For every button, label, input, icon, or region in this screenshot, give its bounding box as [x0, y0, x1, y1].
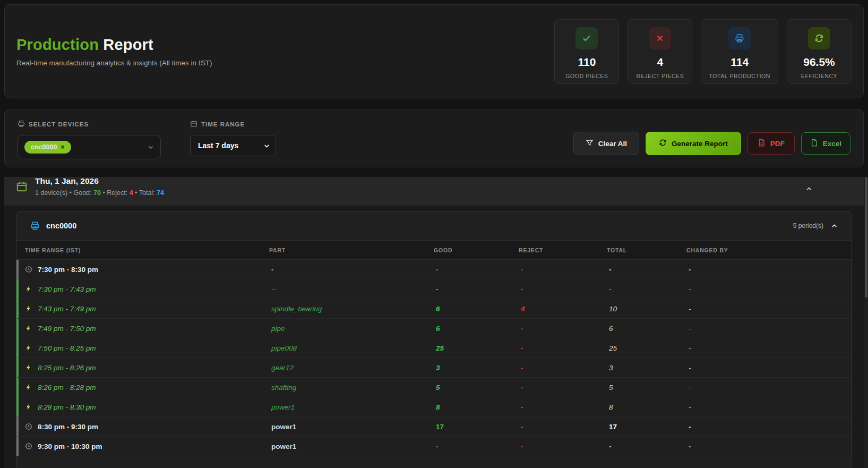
table-row[interactable]: 7:30 pm - 8:30 pm-----	[16, 260, 852, 279]
cell-changed-by: -	[681, 344, 852, 352]
device-card-header[interactable]: cnc0000 5 period(s)	[16, 211, 852, 240]
cell-changed-by: -	[681, 443, 852, 450]
period-count: 5 period(s)	[793, 222, 823, 229]
cell-changed-by: -	[681, 266, 852, 274]
table-row[interactable]: 7:49 pm - 7:50 pmpipe6-6-	[16, 319, 852, 338]
time-range-select[interactable]: Last 7 days	[190, 135, 276, 156]
check-icon	[575, 27, 598, 49]
time-range-text: 7:50 pm - 8:25 pm	[38, 344, 96, 352]
cell-reject: -	[513, 443, 601, 450]
cell-part: -	[264, 266, 428, 274]
stat-value: 114	[731, 56, 749, 69]
cell-part: power1	[264, 443, 428, 450]
stat-label: REJECT PIECES	[636, 73, 684, 79]
device-icon	[18, 120, 25, 129]
cell-part: power1	[264, 423, 428, 431]
cell-good: 25	[428, 344, 513, 352]
table-row[interactable]: 8:30 pm - 9:30 pmpower117-17-	[16, 417, 852, 437]
device-multiselect[interactable]: cnc0000×	[18, 135, 161, 159]
column-header: TIME RANGE (IST)	[16, 247, 262, 253]
cell-reject: -	[513, 364, 601, 372]
chevron-up-icon[interactable]	[805, 185, 813, 193]
cell-good: -	[428, 266, 513, 274]
cell-time-range: 7:43 pm - 7:49 pm	[19, 305, 264, 313]
device-chip-label: cnc0000	[31, 143, 57, 151]
cell-changed-by: -	[681, 384, 852, 392]
cell-time-range: 8:28 pm - 8:30 pm	[19, 403, 264, 411]
stat-label: EFFICIENCY	[801, 73, 837, 79]
cell-part: shafting	[264, 384, 428, 392]
cell-total: 10	[601, 305, 681, 313]
pdf-button[interactable]: PDF	[747, 132, 795, 155]
cell-reject: -	[513, 423, 601, 431]
cell-time-range: 8:25 pm - 8:26 pm	[19, 364, 264, 372]
cell-good: 6	[428, 305, 513, 313]
stat-value: 110	[578, 56, 596, 69]
filter-panel: SELECT DEVICES cnc0000× TIME RANGE Last …	[4, 109, 864, 167]
calendar-icon	[190, 120, 197, 129]
device-card: cnc0000 5 period(s) TIME RANGE (IST)PART…	[16, 211, 852, 468]
time-range-text: 7:43 pm - 7:49 pm	[38, 305, 96, 313]
stat-card: 96.5%EFFICIENCY	[787, 19, 852, 84]
file-excel-icon	[810, 139, 818, 148]
file-pdf-icon	[758, 139, 766, 148]
column-header: REJECT	[511, 247, 599, 253]
table-row[interactable]: 8:25 pm - 8:26 pmgear123-3-	[16, 358, 852, 378]
cell-time-range: 8:30 pm - 9:30 pm	[19, 423, 264, 431]
chevron-up-icon[interactable]	[831, 223, 838, 229]
summary-part-value: 74	[157, 189, 164, 197]
device-header-right: 5 period(s)	[793, 222, 838, 229]
time-range-text: 8:25 pm - 8:26 pm	[38, 364, 96, 372]
bolt-icon	[25, 364, 32, 371]
select-devices-group: SELECT DEVICES cnc0000×	[18, 120, 161, 159]
table-row[interactable]: 7:43 pm - 7:49 pmspindle_bearing6410-	[16, 299, 852, 319]
device-chip-list: cnc0000×	[24, 141, 71, 154]
cell-changed-by: -	[681, 403, 852, 411]
cell-total: 3	[601, 364, 681, 372]
table-row[interactable]: 7:50 pm - 8:25 pmpipe00825-25-	[16, 338, 852, 358]
page-title: Production Report	[16, 36, 212, 54]
cell-good: -	[428, 285, 513, 293]
bolt-icon	[25, 344, 32, 352]
clock-icon	[25, 266, 32, 273]
column-header: GOOD	[426, 247, 511, 253]
summary-part-label: Reject:	[107, 189, 127, 197]
bolt-icon	[25, 384, 32, 391]
date-group-header[interactable]: Thu, 1 Jan, 2026 1 device(s) • Good: 70 …	[4, 177, 864, 206]
scrollbar-thumb[interactable]	[865, 177, 867, 297]
header-panel: Production Report Real-time manufacturin…	[4, 4, 864, 98]
table-row[interactable]: 8:28 pm - 8:30 pmpower18-8-	[16, 397, 852, 417]
filter-actions: Clear All Generate Report PDF Excel	[573, 132, 850, 155]
table-row[interactable]: 8:26 pm - 8:28 pmshafting5-5-	[16, 378, 852, 397]
select-devices-label: SELECT DEVICES	[18, 120, 161, 129]
cell-time-range: 9:30 pm - 10:30 pm	[19, 443, 264, 450]
cell-time-range: 7:30 pm - 8:30 pm	[19, 266, 264, 274]
printer-icon	[728, 27, 751, 49]
clear-all-button[interactable]: Clear All	[573, 132, 639, 155]
chip-remove-icon[interactable]: ×	[61, 143, 64, 151]
time-range-text: 8:28 pm - 8:30 pm	[38, 403, 96, 411]
chevron-down-icon[interactable]	[148, 144, 154, 150]
time-range-text: 8:30 pm - 9:30 pm	[38, 423, 98, 431]
excel-button[interactable]: Excel	[801, 132, 850, 155]
table-row[interactable]: 7:30 pm - 7:43 pm------	[16, 279, 852, 299]
cell-time-range: 7:50 pm - 8:25 pm	[19, 344, 264, 352]
cell-part: gear12	[264, 364, 428, 372]
stat-card: 114TOTAL PRODUCTION	[701, 19, 778, 84]
cell-part: pipe	[264, 325, 428, 333]
stat-label: GOOD PIECES	[565, 73, 608, 79]
cell-reject: -	[513, 325, 601, 333]
cell-reject: -	[513, 384, 601, 392]
funnel-icon	[586, 139, 594, 148]
cell-total: -	[601, 266, 681, 274]
column-header: CHANGED BY	[679, 247, 852, 253]
refresh-icon	[808, 27, 830, 49]
scrollbar-track[interactable]	[864, 177, 868, 468]
bolt-icon	[25, 325, 32, 332]
generate-report-button[interactable]: Generate Report	[646, 132, 741, 155]
table-row[interactable]: 9:30 pm - 10:30 pmpower1----	[16, 437, 852, 456]
page-subtitle: Real-time manufacturing analytics & insi…	[16, 59, 212, 67]
device-chip[interactable]: cnc0000×	[24, 141, 71, 154]
cell-total: 6	[601, 325, 681, 333]
cell-good: 5	[428, 384, 513, 392]
